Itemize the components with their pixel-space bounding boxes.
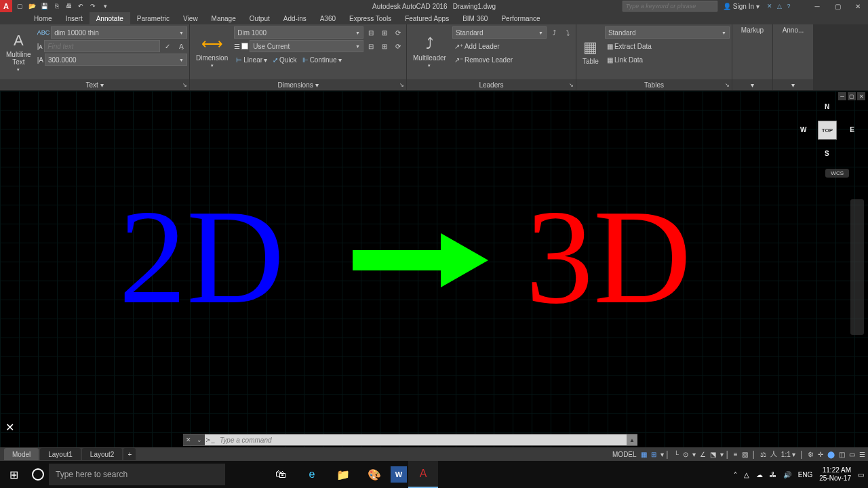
text-height-dropdown[interactable]: 300.0000▼ (45, 54, 187, 66)
tab-annotate[interactable]: Annotate (90, 12, 130, 24)
hw-accel-icon[interactable]: ⬤ (827, 451, 835, 458)
panel-table-title[interactable]: Tables↘ (576, 79, 732, 90)
dim-style-dropdown[interactable]: Dim 1000▼ (234, 26, 363, 39)
save-icon[interactable]: 💾 (39, 1, 49, 11)
dim-btn6[interactable]: ⟳ (392, 40, 404, 52)
tab-view[interactable]: View (176, 12, 205, 24)
exchange-icon[interactable]: ✕ (765, 1, 774, 11)
cortana-icon[interactable] (27, 468, 49, 481)
open-icon[interactable]: 📂 (27, 1, 37, 11)
tray-clock[interactable]: 11:22 AM 25-Nov-17 (819, 466, 851, 483)
text-tool-button[interactable]: Aͅ (175, 40, 187, 52)
cmd-close-icon[interactable]: ✕ (183, 434, 194, 445)
tray-volume-icon[interactable]: 🔊 (783, 471, 791, 479)
osnap-icon[interactable]: ∠ (700, 451, 706, 458)
viewcube[interactable]: N S W E TOP (800, 103, 854, 157)
task-explorer-icon[interactable]: 📁 (328, 461, 358, 488)
leader-style-dropdown[interactable]: Standard▼ (452, 26, 547, 39)
tab-parametric[interactable]: Parametric (130, 12, 176, 24)
tab-insert[interactable]: Insert (59, 12, 90, 24)
customize-icon[interactable]: ☰ (859, 451, 865, 458)
dim-btn3[interactable]: ⟳ (392, 26, 404, 39)
signin-button[interactable]: 👤 Sign In ▾ (717, 3, 765, 10)
compass-n[interactable]: N (825, 103, 829, 110)
use-current-checkbox[interactable] (241, 43, 248, 49)
continue-button[interactable]: ⊩Continue ▾ (300, 54, 344, 66)
panel-markup[interactable]: Markup ▾ (732, 24, 773, 90)
extract-data-button[interactable]: ▦ Extract Data (605, 40, 654, 52)
quick-button[interactable]: ⤢Quick (271, 54, 299, 66)
cmd-history-icon[interactable]: ▲ (627, 434, 637, 445)
scale-dropdown[interactable]: 1:1 ▾ (781, 451, 795, 458)
tab-layout2[interactable]: Layout2 (82, 448, 123, 460)
grid-toggle-icon[interactable]: ▦ (641, 451, 647, 458)
navigation-bar[interactable] (850, 199, 864, 335)
print-icon[interactable]: 🖶 (64, 1, 73, 11)
tray-network-icon[interactable]: 🖧 (770, 471, 776, 479)
dim-btn5[interactable]: ⊞ (378, 40, 391, 52)
anno-expand[interactable]: ▾ (773, 79, 813, 90)
add-leader-button[interactable]: ↗⁺ Add Leader (452, 40, 502, 52)
drawing-canvas[interactable]: ─ ▢ ✕ N S W E TOP WCS 2D 3D ✕ ✕ ⌄ ≻_ ▲ (0, 91, 868, 447)
spellcheck-button[interactable]: ✓ (161, 40, 174, 52)
ortho-icon[interactable]: └ (674, 451, 679, 458)
saveall-icon[interactable]: ⎘ (52, 1, 61, 11)
link-data-button[interactable]: ▦ Link Data (605, 54, 645, 66)
tab-bim360[interactable]: BIM 360 (456, 12, 494, 24)
lineweight-icon[interactable]: ≡ (734, 451, 738, 458)
transparency-icon[interactable]: ▨ (742, 451, 748, 458)
task-word-icon[interactable]: W (391, 466, 407, 483)
text-style-dropdown[interactable]: dim 10000 thin▼ (51, 26, 187, 39)
vp-close-icon[interactable]: ✕ (857, 92, 865, 100)
model-space-button[interactable]: MODEL (612, 451, 637, 458)
tray-chevron-icon[interactable]: ˄ (734, 471, 737, 479)
snap-toggle-icon[interactable]: ⊞ (651, 451, 656, 458)
panel-dim-title[interactable]: Dimensions ▾↘ (190, 79, 406, 90)
isolate-icon[interactable]: ◫ (839, 451, 845, 458)
help-icon[interactable]: ? (784, 1, 793, 11)
dim-btn4[interactable]: ⊟ (365, 40, 377, 52)
tray-notifications-icon[interactable]: ▭ (858, 471, 864, 479)
wcs-badge[interactable]: WCS (825, 169, 849, 178)
markup-expand[interactable]: ▾ (732, 79, 772, 90)
remove-leader-button[interactable]: ↗⁻ Remove Leader (452, 54, 515, 66)
tray-onedrive-icon[interactable]: ☁ (756, 471, 763, 479)
undo-icon[interactable]: ↶ (76, 1, 85, 11)
task-edge-icon[interactable]: e (297, 461, 327, 488)
redo-icon[interactable]: ↷ (88, 1, 98, 11)
polar-icon[interactable]: ⊙ (683, 451, 688, 458)
add-layout-button[interactable]: + (123, 448, 136, 460)
table-button[interactable]: ▦ Table (578, 26, 603, 77)
tab-layout1[interactable]: Layout1 (40, 448, 81, 460)
table-style-dropdown[interactable]: Standard▼ (605, 26, 730, 39)
dim-btn1[interactable]: ⊟ (365, 26, 377, 39)
tab-output[interactable]: Output (243, 12, 277, 24)
tab-performance[interactable]: Performance (494, 12, 547, 24)
tab-featured[interactable]: Featured Apps (398, 12, 456, 24)
settings-icon[interactable]: ⚙ (808, 451, 814, 458)
tray-a360-icon[interactable]: △ (744, 471, 749, 479)
compass-e[interactable]: E (850, 126, 854, 134)
panel-anno[interactable]: Anno... ▾ (773, 24, 814, 90)
taskbar-search-input[interactable]: Type here to search (49, 464, 225, 485)
app-logo-icon[interactable]: A (0, 0, 12, 12)
task-autocad-icon[interactable]: A (408, 461, 438, 488)
viewcube-face[interactable]: TOP (818, 121, 837, 140)
tab-home[interactable]: Home (27, 12, 59, 24)
use-current-dropdown[interactable]: Use Current▼ (250, 40, 363, 52)
tab-addins[interactable]: Add-ins (277, 12, 313, 24)
command-input[interactable] (216, 434, 627, 445)
maximize-button[interactable]: ▢ (827, 0, 848, 12)
multileader-button[interactable]: ⤴ Multileader ▾ (409, 26, 450, 77)
task-store-icon[interactable]: 🛍 (266, 461, 296, 488)
anno-scale-icon[interactable]: ⚖ (760, 451, 766, 458)
panel-leader-title[interactable]: Leaders↘ (407, 79, 576, 90)
compass-s[interactable]: S (825, 150, 829, 157)
tab-manage[interactable]: Manage (205, 12, 243, 24)
iso-icon[interactable]: ⬔ (710, 451, 716, 458)
dimension-button[interactable]: ⟷ Dimension ▾ (192, 26, 232, 77)
clean-screen-icon[interactable]: ▭ (849, 451, 855, 458)
start-button[interactable]: ⊞ (0, 461, 27, 488)
maximize-vp-icon[interactable]: ✛ (818, 451, 823, 458)
panel-text-title[interactable]: Text ▾↘ (0, 79, 189, 90)
